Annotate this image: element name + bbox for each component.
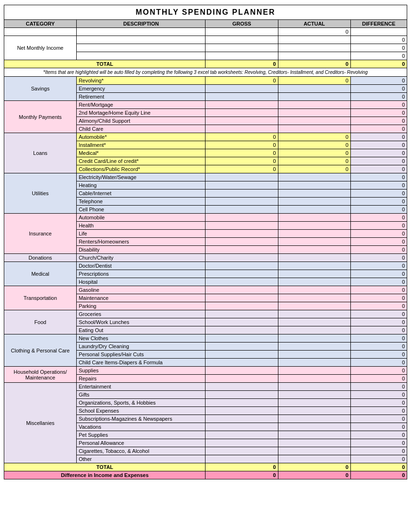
- description-cell: Gifts: [77, 391, 206, 399]
- gross-cell: [206, 36, 278, 44]
- description-cell: Cigarettes, Tobacco, & Alcohol: [77, 447, 206, 455]
- actual-cell: [278, 431, 350, 439]
- actual-cell: [278, 455, 350, 463]
- table-row: UtilitiesElectricity/Water/Sewage0: [4, 173, 407, 181]
- actual-cell: [278, 36, 350, 44]
- bottom-total-col-0: 0: [206, 463, 278, 471]
- difference-cell: 0: [350, 262, 407, 270]
- gross-cell: [206, 326, 278, 334]
- table-row: SavingsRevolving*000: [4, 77, 407, 85]
- table-row: Household Operations/ MaintenanceSupplie…: [4, 367, 407, 375]
- diff-income-col-1: 0: [278, 471, 350, 479]
- table-row: DonationsChurch/Charity0: [4, 254, 407, 262]
- actual-cell: [278, 367, 350, 375]
- difference-cell: 0: [350, 415, 407, 423]
- gross-cell: 0: [206, 141, 278, 149]
- gross-cell: [206, 85, 278, 93]
- category-cell: Net Monthly Income: [4, 36, 77, 60]
- description-cell: [77, 52, 206, 60]
- table-row: TOTAL000: [4, 60, 407, 68]
- actual-cell: [278, 318, 350, 326]
- difference-cell: 0: [350, 439, 407, 447]
- actual-cell: [278, 109, 350, 117]
- actual-cell: [278, 286, 350, 294]
- difference-cell: 0: [350, 133, 407, 141]
- description-cell: Automobile: [77, 214, 206, 222]
- diff-income-col-0: 0: [206, 471, 278, 479]
- difference-cell: 0: [350, 198, 407, 206]
- actual-cell: [278, 189, 350, 198]
- actual-cell: [278, 254, 350, 262]
- gross-cell: [206, 198, 278, 206]
- actual-cell: [278, 230, 350, 238]
- description-cell: Vacations: [77, 423, 206, 431]
- page-title: MONTHLY SPENDING PLANNER: [4, 5, 407, 19]
- difference-cell: 0: [350, 375, 407, 383]
- gross-cell: [206, 431, 278, 439]
- description-cell: Credit Card/Line of credit*: [77, 157, 206, 165]
- actual-cell: 0: [278, 141, 350, 149]
- actual-cell: [278, 278, 350, 286]
- gross-cell: [206, 383, 278, 391]
- page: MONTHLY SPENDING PLANNER CATEGORY DESCRI…: [0, 0, 411, 484]
- description-cell: Cable/Internet: [77, 189, 206, 198]
- actual-cell: [278, 206, 350, 214]
- difference-cell: 0: [350, 455, 407, 463]
- description-cell: Doctor/Dentist: [77, 262, 206, 270]
- difference-cell: 0: [350, 310, 407, 318]
- actual-cell: [278, 270, 350, 278]
- total-label: TOTAL: [4, 60, 206, 68]
- category-cell: Savings: [4, 77, 77, 101]
- table-row: FoodGroceries0: [4, 310, 407, 318]
- gross-cell: [206, 391, 278, 399]
- actual-cell: [278, 399, 350, 407]
- diff-income-label: Difference in Income and Expenses: [4, 471, 206, 479]
- description-cell: Heating: [77, 181, 206, 189]
- actual-cell: 0: [278, 133, 350, 141]
- difference-cell: 0: [350, 246, 407, 254]
- gross-cell: [206, 375, 278, 383]
- category-cell: Loans: [4, 133, 77, 173]
- gross-cell: [206, 246, 278, 254]
- gross-cell: [206, 423, 278, 431]
- gross-cell: [206, 334, 278, 343]
- description-cell: Renters/Homeowners: [77, 238, 206, 246]
- description-cell: School/Work Lunches: [77, 318, 206, 326]
- description-cell: Other: [77, 455, 206, 463]
- description-cell: Groceries: [77, 310, 206, 318]
- table-row: TransportationGasoline0: [4, 286, 407, 294]
- gross-cell: [206, 93, 278, 101]
- gross-cell: [206, 367, 278, 375]
- category-cell: Miscellanies: [4, 383, 77, 463]
- difference-cell: 0: [350, 222, 407, 230]
- spending-table: CATEGORY DESCRIPTION GROSS ACTUAL DIFFER…: [4, 19, 407, 479]
- gross-cell: [206, 294, 278, 302]
- actual-cell: [278, 351, 350, 359]
- description-cell: Subscriptions-Magazines & Newspapers: [77, 415, 206, 423]
- description-cell: Personal Allowance: [77, 439, 206, 447]
- category-cell: Household Operations/ Maintenance: [4, 367, 77, 383]
- difference-cell: 0: [350, 343, 407, 351]
- table-row: Net Monthly Income0: [4, 36, 407, 44]
- gross-cell: [77, 28, 206, 36]
- notice-text: *Items that are highlighted will be auto…: [4, 68, 407, 77]
- category-cell: Transportation: [4, 286, 77, 310]
- description-cell: Disability: [77, 246, 206, 254]
- actual-cell: [278, 310, 350, 318]
- actual-cell: [278, 246, 350, 254]
- actual-cell: [278, 439, 350, 447]
- gross-cell: [206, 214, 278, 222]
- actual-cell: [278, 447, 350, 455]
- gross-cell: [206, 262, 278, 270]
- gross-cell: [206, 439, 278, 447]
- difference-income-row: Difference in Income and Expenses000: [4, 471, 407, 479]
- difference-cell: 0: [350, 125, 407, 133]
- actual-cell: [278, 407, 350, 415]
- description-cell: Supplies: [77, 367, 206, 375]
- actual-cell: 0: [278, 149, 350, 157]
- difference-cell: 0: [350, 367, 407, 375]
- difference-cell: 0: [350, 230, 407, 238]
- description-cell: [77, 44, 206, 52]
- actual-cell: [206, 28, 278, 36]
- table-row: 0: [4, 28, 407, 36]
